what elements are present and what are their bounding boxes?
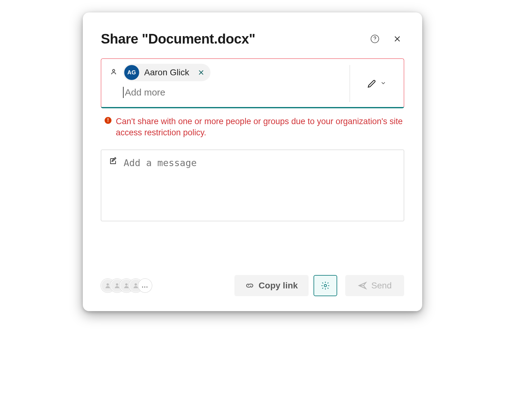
- text-caret: [123, 87, 124, 98]
- dialog-header: Share "Document.docx": [101, 31, 404, 47]
- person-icon: [107, 63, 120, 81]
- close-button[interactable]: [390, 32, 404, 46]
- share-dialog: Share "Document.docx": [83, 12, 422, 311]
- compose-icon: [109, 157, 117, 214]
- svg-point-1: [375, 41, 375, 41]
- error-message: ! Can't share with one or more people or…: [101, 116, 404, 138]
- recipients-field[interactable]: AG Aaron Glick: [101, 58, 404, 108]
- close-icon: [198, 69, 205, 76]
- error-text: Can't share with one or more people or g…: [116, 116, 404, 138]
- gear-icon: [321, 281, 330, 290]
- error-icon: !: [105, 117, 112, 124]
- send-button[interactable]: Send: [345, 275, 404, 296]
- recipient-chip[interactable]: AG Aaron Glick: [123, 64, 210, 81]
- link-icon: [245, 281, 254, 290]
- pencil-icon: [366, 78, 377, 89]
- svg-point-4: [113, 69, 115, 72]
- svg-point-7: [106, 283, 109, 286]
- add-recipient-input[interactable]: [124, 87, 350, 98]
- copy-link-label: Copy link: [259, 281, 298, 291]
- close-icon: [393, 35, 401, 43]
- svg-point-8: [116, 283, 118, 286]
- copy-link-button[interactable]: Copy link: [234, 275, 309, 296]
- message-input[interactable]: [123, 157, 396, 214]
- svg-point-10: [135, 283, 137, 286]
- dialog-title: Share "Document.docx": [101, 31, 368, 47]
- message-field[interactable]: [101, 150, 404, 221]
- chevron-down-icon: [380, 80, 386, 87]
- send-label: Send: [371, 281, 392, 291]
- recipient-name: Aaron Glick: [144, 68, 189, 77]
- link-settings-button[interactable]: [314, 275, 337, 296]
- svg-point-9: [125, 283, 127, 286]
- send-icon: [358, 281, 367, 290]
- dialog-footer: ... Copy link: [101, 275, 404, 296]
- avatar: AG: [124, 65, 139, 80]
- help-button[interactable]: [368, 32, 382, 46]
- more-avatars-button[interactable]: ...: [138, 279, 152, 292]
- shared-with-avatars[interactable]: ...: [101, 279, 152, 292]
- remove-recipient-button[interactable]: [197, 68, 205, 77]
- help-icon: [370, 34, 380, 44]
- add-more-row[interactable]: [123, 86, 350, 99]
- svg-point-11: [324, 284, 327, 287]
- permission-selector[interactable]: [350, 65, 403, 102]
